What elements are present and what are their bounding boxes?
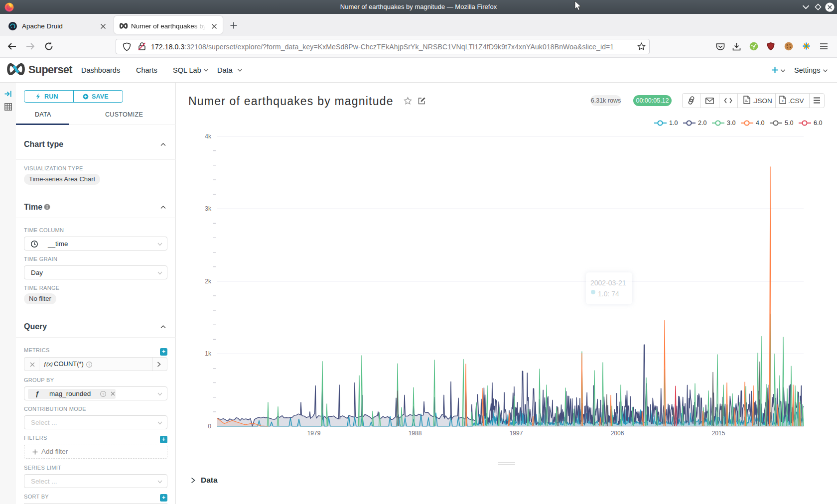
svg-text:1997: 1997 [510, 430, 523, 437]
svg-text:0: 0 [208, 423, 211, 430]
svg-text:3.0: 3.0 [727, 120, 735, 126]
svg-text:6.0: 6.0 [814, 120, 822, 126]
svg-text:2015: 2015 [712, 430, 725, 437]
svg-text:1979: 1979 [307, 430, 321, 437]
svg-text:2.0: 2.0 [698, 120, 706, 126]
svg-text:4k: 4k [205, 133, 212, 140]
svg-text:2k: 2k [205, 278, 212, 285]
svg-text:1.0: 1.0 [669, 120, 678, 126]
svg-text:1k: 1k [205, 350, 212, 357]
svg-text:1988: 1988 [409, 430, 422, 437]
svg-text:4.0: 4.0 [756, 120, 764, 126]
svg-text:5.0: 5.0 [785, 120, 793, 126]
svg-text:2006: 2006 [611, 430, 624, 437]
svg-text:3k: 3k [205, 205, 212, 212]
